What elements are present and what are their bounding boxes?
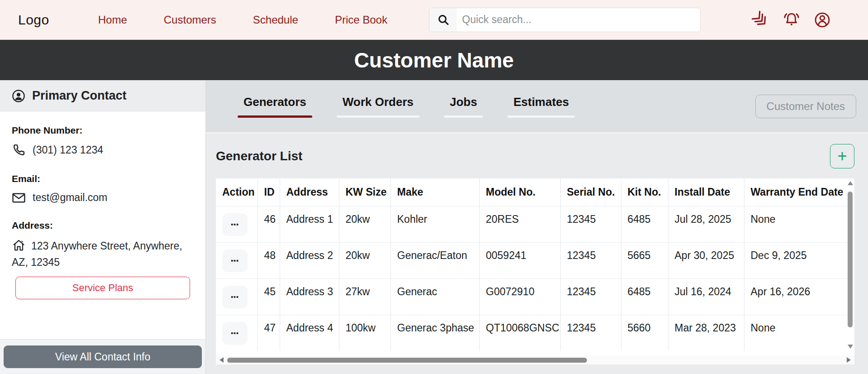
tab-estimates-underline (507, 115, 575, 118)
cell-kw-size: 20kw (339, 242, 391, 278)
nav-schedule[interactable]: Schedule (253, 14, 298, 26)
cell-action: ••• (216, 315, 258, 351)
cell-serial-no: 12345 (560, 315, 621, 351)
cell-action: ••• (216, 206, 258, 242)
cell-make: Generac/Eaton (391, 242, 479, 278)
customer-notes-button[interactable]: Customer Notes (755, 95, 856, 118)
cell-action: ••• (216, 278, 258, 315)
cell-model-no: 0059241 (479, 242, 560, 278)
customer-header-bar: Customer Name (0, 40, 868, 80)
nav-price-book[interactable]: Price Book (335, 14, 387, 26)
table-row: ••• 45 Address 3 27kw Generac G0072910 1… (216, 278, 854, 315)
content: Primary Contact Phone Number: (301) 123 … (0, 80, 868, 374)
col-serial-no: Serial No. (560, 178, 621, 206)
generator-table: Action ID Address KW Size Make Model No.… (216, 178, 854, 351)
cell-address: Address 4 (280, 315, 339, 351)
col-id: ID (258, 178, 280, 206)
tab-work-orders-label: Work Orders (343, 95, 414, 109)
nav-home[interactable]: Home (98, 14, 127, 26)
cell-kit-no: 6485 (621, 206, 668, 242)
cell-make: Generac 3phase (391, 315, 479, 351)
horizontal-scrollbar-thumb[interactable] (227, 358, 587, 363)
tab-work-orders[interactable]: Work Orders (343, 95, 414, 118)
navbar-actions (751, 10, 832, 29)
triple-chevron-icon (751, 10, 770, 29)
cell-kw-size: 100kw (339, 315, 391, 351)
col-address: Address (280, 178, 339, 206)
cell-kit-no: 6485 (621, 278, 668, 315)
cell-install-date: Apr 30, 2025 (668, 242, 744, 278)
address-value: 123 Anywhere Street, Anywhere, AZ, 12345 (12, 240, 182, 268)
cell-make: Generac (391, 278, 479, 315)
phone-label: Phone Number: (12, 125, 194, 136)
scroll-left-arrow[interactable] (219, 357, 224, 363)
tab-generators-underline (238, 115, 312, 118)
cell-install-date: Mar 28, 2023 (668, 315, 744, 351)
cell-kit-no: 5665 (621, 242, 668, 278)
tab-jobs-label: Jobs (450, 95, 477, 109)
row-actions-button[interactable]: ••• (222, 286, 248, 308)
bell-icon (782, 10, 801, 29)
cell-kit-no: 5660 (621, 315, 668, 351)
tabs: Generators Work Orders Jobs Estimates (243, 95, 569, 118)
tab-estimates[interactable]: Estimates (513, 95, 569, 118)
tab-jobs-underline (444, 115, 483, 118)
primary-contact-title: Primary Contact (32, 89, 127, 103)
email-row: test@gmail.com (12, 192, 194, 204)
account-button[interactable] (813, 10, 832, 29)
search-icon (437, 14, 449, 26)
cell-make: Kohler (391, 206, 479, 242)
primary-contact-header: Primary Contact (0, 81, 205, 111)
cell-warranty-end-date: Dec 9, 2025 (744, 242, 854, 278)
phone-icon (12, 143, 26, 157)
tab-generators[interactable]: Generators (243, 95, 306, 118)
tab-work-orders-underline (337, 115, 420, 118)
cell-model-no: G0072910 (479, 278, 560, 315)
row-actions-button[interactable]: ••• (222, 322, 248, 345)
quick-search (429, 8, 701, 32)
email-label: Email: (12, 173, 194, 184)
col-install-date: Install Date (668, 178, 744, 206)
phone-row: (301) 123 1234 (12, 143, 194, 157)
email-value: test@gmail.com (33, 192, 107, 204)
cell-warranty-end-date: Apr 16, 2026 (744, 278, 854, 315)
sidebar-footer: View All Contact Info (0, 339, 205, 374)
top-navbar: Logo Home Customers Schedule Price Book (0, 0, 868, 40)
search-button[interactable] (429, 8, 457, 32)
cell-serial-no: 12345 (560, 242, 621, 278)
row-actions-button[interactable]: ••• (222, 213, 248, 236)
cell-warranty-end-date: None (744, 315, 854, 351)
search-input[interactable] (457, 14, 700, 26)
cell-action: ••• (216, 242, 258, 278)
scroll-down-arrow[interactable] (848, 345, 853, 349)
cell-kw-size: 27kw (339, 278, 391, 315)
contact-body: Phone Number: (301) 123 1234 Email: test… (0, 111, 205, 339)
col-warranty-end-date: Warranty End Date (744, 178, 854, 206)
service-plans-button[interactable]: Service Plans (15, 277, 190, 299)
cell-model-no: QT10068GNSC (479, 315, 560, 351)
row-actions-button[interactable]: ••• (222, 249, 248, 272)
cell-install-date: Jul 16, 2024 (668, 278, 744, 315)
cell-install-date: Jul 28, 2025 (668, 206, 744, 242)
cell-address: Address 1 (280, 206, 339, 242)
nav-customers[interactable]: Customers (164, 14, 216, 26)
cell-id: 45 (258, 278, 280, 315)
cell-model-no: 20RES (479, 206, 560, 242)
cell-kw-size: 20kw (339, 206, 391, 242)
col-action: Action (216, 178, 258, 206)
triple-chevron-button[interactable] (751, 10, 770, 29)
customer-name: Customer Name (354, 48, 514, 72)
scroll-up-arrow[interactable] (848, 181, 853, 185)
generator-list-header: Generator List + (206, 134, 868, 178)
cell-id: 47 (258, 315, 280, 351)
app-logo[interactable]: Logo (18, 12, 49, 28)
tab-estimates-label: Estimates (513, 95, 569, 109)
add-generator-button[interactable]: + (830, 144, 854, 168)
tab-jobs[interactable]: Jobs (450, 95, 477, 118)
vertical-scrollbar-thumb[interactable] (848, 192, 853, 327)
home-icon (12, 238, 26, 252)
notifications-button[interactable] (782, 10, 801, 29)
view-all-contact-info-button[interactable]: View All Contact Info (4, 345, 202, 368)
scroll-right-arrow[interactable] (847, 357, 851, 363)
main-area: Generators Work Orders Jobs Estimates (206, 80, 868, 374)
